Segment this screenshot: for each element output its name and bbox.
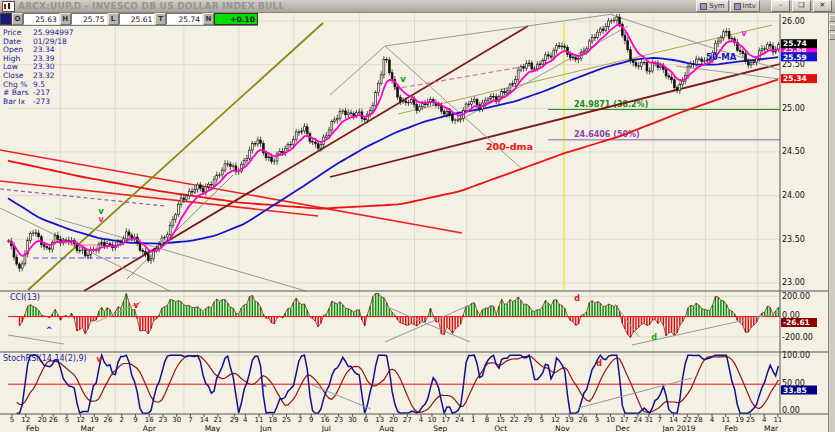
- candle-body: [550, 56, 552, 57]
- candle-body: [605, 27, 607, 31]
- candle-body: [150, 259, 152, 261]
- app-icon: [2, 1, 15, 12]
- intv-button[interactable]: Intv: [730, 0, 760, 12]
- sym-button[interactable]: Sym: [696, 0, 728, 12]
- candle-body: [572, 57, 574, 58]
- candle-body: [586, 49, 588, 51]
- side-toolbar-button[interactable]: [829, 24, 835, 31]
- intv-button-label: Intv: [743, 2, 756, 11]
- candle-body: [336, 119, 338, 120]
- price-flag: 25.34: [783, 74, 807, 83]
- candle-body: [457, 120, 459, 121]
- restore-button[interactable]: ❏: [792, 0, 811, 12]
- candle-body: [298, 132, 300, 133]
- candle-body: [564, 46, 566, 47]
- candle-body: [756, 59, 758, 62]
- candle-body: [290, 145, 292, 146]
- candle-body: [194, 189, 196, 192]
- candle-body: [534, 69, 536, 70]
- candle-body: [257, 140, 259, 144]
- side-toolbar-button[interactable]: [829, 33, 835, 40]
- candle-body: [49, 248, 51, 249]
- candle-body: [101, 242, 103, 244]
- window-controls: – ❏ ✕: [769, 0, 832, 12]
- month-label: Feb: [26, 424, 40, 432]
- candle-body: [43, 245, 45, 247]
- candle-body: [46, 247, 48, 248]
- dma200-label: 200-dma: [486, 141, 533, 152]
- price-axis-label: 26.00: [782, 17, 805, 26]
- side-toolbar-button[interactable]: [829, 15, 835, 22]
- candle-body: [249, 150, 251, 158]
- candle-body: [556, 46, 558, 51]
- candle-body: [219, 175, 221, 176]
- close-button[interactable]: ✕: [813, 0, 832, 12]
- candle-body: [303, 127, 305, 131]
- candle-body: [665, 69, 667, 76]
- candle-body: [545, 55, 547, 61]
- candle-body: [506, 91, 508, 93]
- candle-body: [260, 140, 262, 143]
- date-tick-label: 25: [282, 416, 291, 424]
- price-flag: 25.59: [783, 53, 807, 62]
- date-tick-label: 6: [364, 416, 369, 424]
- candle-body: [35, 233, 37, 234]
- candle-body: [619, 17, 621, 24]
- candle-body: [131, 235, 133, 238]
- date-tick-label: 25: [746, 416, 755, 424]
- title-bar[interactable]: ARCX:UUP,D - INVESCO DB US DOLLAR INDEX …: [0, 0, 835, 13]
- candle-body: [454, 120, 456, 121]
- stoch-axis-label: 0.00: [782, 406, 800, 415]
- candle-body: [679, 85, 681, 91]
- candle-body: [747, 62, 749, 65]
- candle-body: [164, 237, 166, 238]
- candle-body: [87, 255, 89, 256]
- cci-marker: ^: [46, 326, 53, 335]
- candle-body: [383, 60, 385, 75]
- candle-body: [438, 105, 440, 106]
- quote-bar: O25.63H25.75L25.61T25.74N+0.10: [0, 13, 258, 26]
- stoch-marker: v: [96, 355, 102, 364]
- month-label: Jul: [321, 424, 331, 432]
- candle-body: [312, 141, 314, 142]
- minimize-button[interactable]: –: [771, 0, 790, 12]
- quote-field-value: 25.74: [166, 13, 203, 25]
- candle-body: [172, 219, 174, 225]
- candle-body: [221, 170, 223, 175]
- chart-canvas[interactable]: 26.0025.5025.0024.5024.0023.5023.0024.98…: [0, 13, 835, 432]
- candle-body: [651, 63, 653, 71]
- candle-body: [216, 175, 218, 180]
- candle-body: [246, 158, 248, 160]
- candle-body: [224, 164, 226, 170]
- candle-body: [764, 49, 766, 50]
- quote-symbol-chip[interactable]: [0, 13, 12, 25]
- candle-body: [177, 205, 179, 215]
- candle-body: [471, 101, 473, 104]
- date-tick-label: 3: [594, 416, 598, 424]
- candle-body: [232, 166, 234, 167]
- sym-icon: [700, 3, 707, 10]
- candle-body: [19, 264, 21, 268]
- candle-body: [282, 151, 284, 152]
- candle-body: [84, 250, 86, 256]
- candle-body: [693, 64, 695, 65]
- quote-change-value: +0.10: [214, 13, 258, 25]
- date-tick-label: 27: [403, 416, 412, 424]
- candle-body: [687, 66, 689, 75]
- date-tick-label: 5: [10, 416, 14, 424]
- candle-body: [731, 39, 733, 40]
- cci-marker: d: [574, 294, 580, 303]
- candle-body: [528, 63, 530, 64]
- candle-body: [591, 38, 593, 42]
- date-tick-label: 5: [65, 416, 69, 424]
- candle-body: [739, 50, 741, 51]
- candle-body: [147, 254, 149, 261]
- candle-body: [16, 257, 18, 264]
- candle-body: [186, 196, 188, 199]
- date-tick-label: 26: [578, 416, 587, 424]
- chart-window: ARCX:UUP,D - INVESCO DB US DOLLAR INDEX …: [0, 0, 835, 432]
- date-tick-label: 30: [172, 416, 181, 424]
- candle-body: [54, 235, 56, 242]
- date-tick-label: 7: [658, 416, 662, 424]
- candle-body: [553, 50, 555, 57]
